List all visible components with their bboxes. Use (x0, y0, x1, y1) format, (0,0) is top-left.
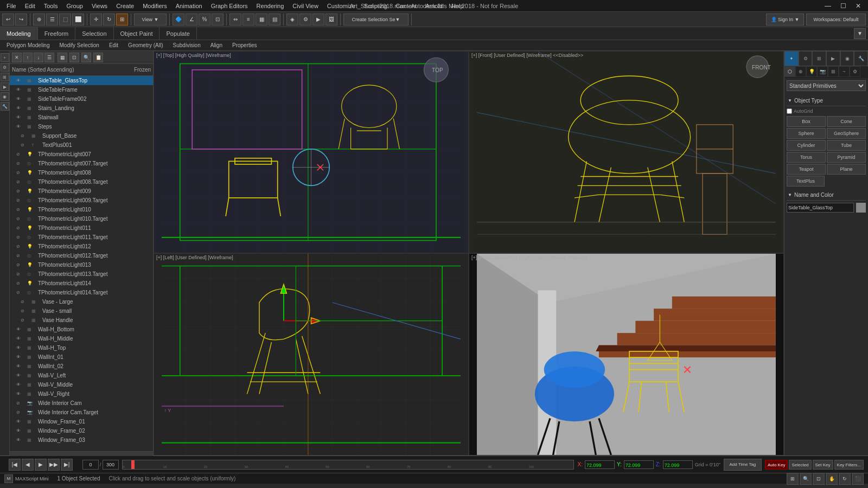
go-end-button[interactable]: ▶| (61, 459, 73, 471)
zoom-all-button[interactable]: ⊡ (813, 473, 825, 485)
right-sub-shapes[interactable]: ⊕ (795, 66, 806, 77)
key-filters-button[interactable]: Key Filters... (834, 460, 864, 470)
end-frame-input[interactable] (103, 460, 119, 470)
auto-key-button[interactable]: Auto Key (765, 460, 788, 470)
scene-close-btn[interactable]: ✕ (12, 53, 22, 62)
window-crossing-button[interactable]: ⬜ (72, 14, 84, 25)
scene-item[interactable]: 👁▦Window_Frame_03 (10, 435, 153, 445)
obj-type-textplus[interactable]: TextPlus (787, 176, 825, 187)
visibility-icon[interactable]: 👁 (16, 115, 22, 120)
tab-modeling[interactable]: Modeling (0, 27, 38, 40)
viewport-camera[interactable]: [+] [PhysCamera001] [High Quality] [Defa… (469, 253, 784, 455)
scene-item[interactable]: 👁▦Wall-V_Right (10, 389, 153, 399)
go-start-button[interactable]: |◀ (9, 459, 21, 471)
scene-item[interactable]: 👁▦SideTableFrame (10, 85, 153, 94)
scene-item[interactable]: 👁▦Wall-H_Bottom (10, 325, 153, 334)
snap-toggle[interactable]: 🔷 (173, 14, 184, 25)
sub-tab-edit[interactable]: Edit (105, 41, 123, 50)
select-move-button[interactable]: ✛ (90, 14, 102, 25)
sub-tab-properties[interactable]: Properties (228, 41, 261, 50)
right-sub-helpers[interactable]: ⊞ (828, 66, 839, 77)
scene-item[interactable]: ⊘TTextPlus001 (10, 140, 153, 150)
right-tab-motion[interactable]: ▶ (826, 51, 840, 66)
visibility-icon[interactable]: ⊘ (16, 216, 22, 221)
percent-snap[interactable]: % (199, 14, 210, 25)
scene-item[interactable]: 👁▦Wall-H_Top (10, 343, 153, 352)
visibility-icon[interactable]: 👁 (16, 364, 22, 369)
motion-icon[interactable]: ▶ (1, 82, 9, 91)
right-tab-hierarchy[interactable]: ⊞ (812, 51, 826, 66)
menu-item-group[interactable]: Group (62, 0, 87, 12)
render-button[interactable]: ▶ (312, 14, 324, 25)
visibility-icon[interactable]: ⊘ (16, 179, 22, 184)
menu-item-edit[interactable]: Edit (21, 0, 40, 12)
right-sub-systems[interactable]: ⚙ (850, 66, 860, 77)
scene-item[interactable]: ⊘💡TPhotometricLight014 (10, 279, 153, 288)
layer-manager[interactable]: ▦ (256, 14, 267, 25)
scene-item[interactable]: ⊘◎TPhotometricLight011.Target (10, 233, 153, 242)
visibility-icon[interactable]: 👁 (16, 373, 22, 378)
menu-item-civil-view[interactable]: Civil View (288, 0, 322, 12)
visibility-icon[interactable]: 👁 (16, 382, 22, 387)
viewport-front[interactable]: [+] [Front] [User Defined] [Wireframe] <… (469, 51, 784, 253)
next-frame-button[interactable]: ▶▶ (48, 459, 60, 471)
obj-type-teapot[interactable]: Teapot (787, 164, 826, 175)
scene-item[interactable]: ⊘💡TPhotometricLight010 (10, 205, 153, 214)
obj-type-torus[interactable]: Torus (787, 152, 826, 163)
scene-item[interactable]: 👁▦SideTableFrame002 (10, 94, 153, 104)
tab-selection[interactable]: Selection (75, 27, 113, 40)
visibility-icon[interactable]: ⊘ (16, 401, 22, 406)
visibility-icon[interactable]: ⊘ (16, 161, 22, 166)
spinner-snap[interactable]: ⊡ (212, 14, 224, 25)
scene-item[interactable]: 👁▦WallInt_01 (10, 352, 153, 362)
object-type-header[interactable]: ▼ Object Type (787, 95, 866, 106)
visibility-icon[interactable]: ⊘ (16, 410, 22, 415)
scene-view-objects[interactable]: ▦ (58, 53, 67, 62)
tab-settings-button[interactable]: ▼ (854, 28, 866, 39)
modify-icon[interactable]: ⚙ (1, 63, 9, 72)
scene-item[interactable]: ⊘📷Wide Interior Cam.Target (10, 408, 153, 417)
tab-object-paint[interactable]: Object Paint (114, 27, 160, 40)
scene-item[interactable]: 👁▦WallInt_02 (10, 362, 153, 371)
add-time-tag-button[interactable]: Add Time Tag (724, 459, 762, 471)
scene-item[interactable]: 👁▦SideTable_GlassTop (10, 76, 153, 85)
right-tab-utilities[interactable]: 🔧 (854, 51, 868, 66)
obj-type-sphere[interactable]: Sphere (787, 128, 826, 139)
menu-item-views[interactable]: Views (87, 0, 112, 12)
prev-frame-button[interactable]: ◀ (22, 459, 34, 471)
visibility-icon[interactable]: ⊘ (16, 244, 22, 249)
material-editor[interactable]: ◈ (286, 14, 298, 25)
visibility-icon[interactable]: ⊘ (16, 281, 22, 286)
visibility-icon[interactable]: ⊘ (16, 262, 22, 267)
scene-item[interactable]: 👁▦Window_Frame_01 (10, 417, 153, 426)
visibility-icon[interactable]: 👁 (16, 391, 22, 396)
align-button[interactable]: ≡ (242, 14, 254, 25)
scene-item[interactable]: ⊘◎TPhotometricLight013.Target (10, 269, 153, 279)
close-button[interactable]: ✕ (851, 0, 866, 12)
workspace-dropdown[interactable]: Workspaces: Default (806, 14, 866, 25)
viewport-left[interactable]: [+] [Left] [User Defined] [Wireframe] (154, 253, 469, 455)
mirror-button[interactable]: ⇔ (229, 14, 241, 25)
menu-item-content[interactable]: Content (392, 0, 422, 12)
obj-type-tube[interactable]: Tube (827, 140, 866, 151)
scene-item[interactable]: ⊘▦Support_Base (10, 131, 153, 140)
right-tab-display[interactable]: ◉ (840, 51, 854, 66)
primitive-dropdown[interactable]: Standard Primitives (787, 80, 866, 91)
visibility-icon[interactable]: 👁 (16, 428, 22, 433)
scene-item[interactable]: ⊘◎TPhotometricLight014.Target (10, 288, 153, 297)
ribbon-toggle[interactable]: ▤ (269, 14, 280, 25)
scene-item[interactable]: ⊘💡TPhotometricLight012 (10, 242, 153, 251)
visibility-icon[interactable]: ⊘ (16, 152, 22, 157)
visibility-icon[interactable]: ⊘ (16, 253, 22, 258)
utilities-icon[interactable]: 🔧 (1, 102, 9, 111)
visibility-icon[interactable]: ⊘ (16, 170, 22, 175)
display-icon[interactable]: ◉ (1, 92, 9, 101)
visibility-icon[interactable]: 👁 (16, 419, 22, 424)
sub-tab-geometry[interactable]: Geometry (All) (124, 41, 167, 50)
sub-tab-subdivision[interactable]: Subdivision (169, 41, 205, 50)
right-tab-modify[interactable]: ⚙ (799, 51, 813, 66)
sub-tab-polygon-modeling[interactable]: Polygon Modeling (2, 41, 54, 50)
scene-item[interactable]: ⊘▦Vase - Large (10, 297, 153, 306)
scene-scroll-bar[interactable] (10, 452, 153, 456)
right-sub-geometry[interactable]: ⬡ (784, 66, 795, 77)
